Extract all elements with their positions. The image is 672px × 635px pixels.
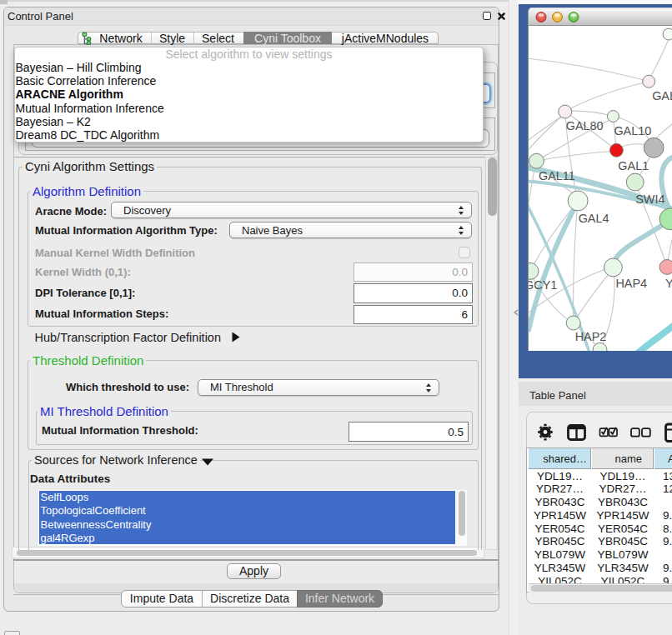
svg-text:GCY1: GCY1 (528, 278, 557, 292)
svg-text:GAL11: GAL11 (539, 169, 575, 182)
svg-text:GAL4: GAL4 (579, 212, 609, 225)
svg-text:GAL10: GAL10 (614, 124, 651, 138)
svg-text:HAP2: HAP2 (575, 330, 607, 343)
svg-text:HAP4: HAP4 (615, 277, 647, 290)
svg-text:GAL7: GAL7 (652, 89, 672, 102)
svg-text:GAL80: GAL80 (566, 119, 604, 132)
svg-text:YD: YD (665, 277, 672, 290)
svg-text:GAL1: GAL1 (618, 159, 649, 172)
svg-text:SWI4: SWI4 (635, 192, 664, 206)
